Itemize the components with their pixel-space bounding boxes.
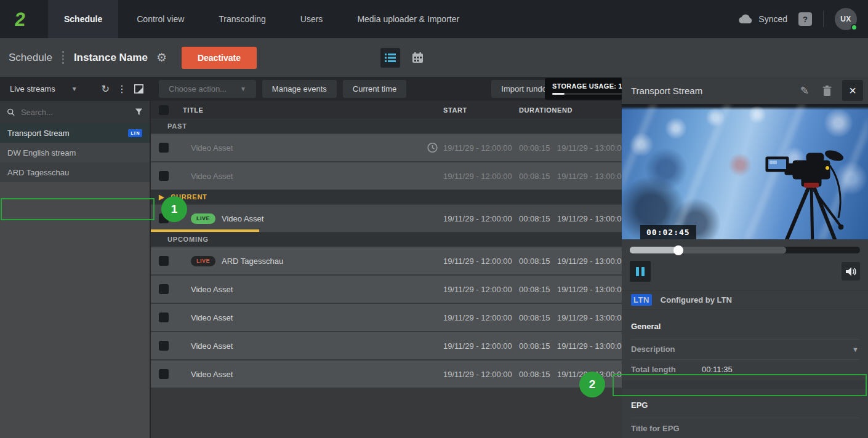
top-navigation: 2 Schedule Control view Transcoding User…	[0, 0, 868, 38]
help-button[interactable]: ?	[798, 12, 812, 26]
event-title-cell: LIVEVideo Asset	[175, 213, 443, 224]
section-label: PAST	[167, 122, 187, 130]
description-row[interactable]: Description ▼	[631, 339, 859, 359]
nav-tab-media-uploader[interactable]: Media uploader & Importer	[341, 0, 475, 38]
annotation-marker-1: 1	[161, 196, 187, 222]
configured-by-row: LTN Configured by LTN	[622, 290, 868, 310]
column-duration[interactable]: DURATION	[519, 106, 557, 114]
section-label: UPCOMING	[167, 236, 209, 243]
close-icon[interactable]: ×	[842, 80, 863, 101]
row-checkbox[interactable]	[159, 143, 169, 153]
row-checkbox[interactable]	[159, 313, 169, 322]
calendar-view-toggle[interactable]	[408, 48, 427, 68]
seek-track[interactable]	[630, 247, 860, 253]
event-duration: 00:08:15	[519, 370, 557, 379]
player-controls	[622, 253, 868, 290]
event-duration: 00:08:15	[519, 285, 557, 294]
event-start: 19/11/29 - 12:00:00	[443, 313, 519, 322]
event-duration: 00:08:15	[519, 341, 557, 351]
view-toggles	[380, 48, 427, 68]
filter-funnel-icon[interactable]	[135, 108, 142, 116]
edit-pencil-icon[interactable]: ✎	[800, 84, 809, 97]
event-start: 19/11/29 - 12:00:00	[443, 214, 519, 223]
general-section: General Description ▼ Total length 00:11…	[622, 310, 868, 380]
general-heading: General	[631, 310, 859, 339]
choose-action-select[interactable]: Choose action... ▼	[159, 80, 256, 98]
event-title-cell: Video Asset	[175, 172, 443, 181]
total-length-row: Total length 00:11:35	[631, 359, 859, 380]
nav-tab-transcoding[interactable]: Transcoding	[203, 0, 282, 38]
row-checkbox[interactable]	[159, 341, 169, 351]
ltn-badge: LTN	[631, 294, 652, 306]
search-input[interactable]	[21, 108, 129, 117]
event-title-cell: Video Asset	[175, 370, 443, 379]
stream-list: Transport StreamLTNDW English streamARD …	[0, 123, 150, 182]
playback-timestamp: 00:02:45	[640, 225, 696, 239]
annotation-marker-2: 2	[579, 372, 605, 397]
list-view-toggle[interactable]	[380, 48, 400, 68]
video-preview[interactable]: 00:02:45	[622, 104, 868, 239]
row-checkbox[interactable]	[159, 369, 169, 379]
event-title-cell: LIVEARD Tagesschau	[175, 256, 443, 266]
column-title[interactable]: TITLE	[175, 106, 443, 114]
event-title: Video Asset	[191, 313, 233, 322]
event-start: 19/11/29 - 12:00:00	[443, 143, 519, 153]
calendar-view-icon	[412, 52, 423, 63]
event-title-cell: Video Asset	[175, 285, 443, 294]
epg-section: EPG Title for EPG	[622, 389, 868, 438]
instance-settings-gear-icon[interactable]: ⚙	[156, 50, 167, 65]
stream-label: DW English stream	[7, 148, 76, 157]
event-title-cell: Video Asset	[175, 341, 443, 351]
search-icon	[7, 108, 15, 117]
nav-tab-schedule[interactable]: Schedule	[48, 0, 118, 38]
column-start[interactable]: START	[443, 106, 519, 114]
event-start: 19/11/29 - 12:00:00	[443, 257, 519, 266]
current-time-button[interactable]: Current time	[343, 80, 407, 98]
event-duration: 00:08:15	[519, 214, 557, 223]
stream-type-select[interactable]: Live streams ▼	[6, 82, 94, 96]
nav-tab-control-view[interactable]: Control view	[121, 0, 200, 38]
refresh-icon[interactable]: ↻	[102, 83, 110, 95]
divider	[823, 11, 824, 27]
seek-knob[interactable]	[673, 245, 683, 255]
page-header: Schedule Instance Name ⚙ Deactivate	[0, 38, 868, 77]
stream-search	[0, 101, 150, 123]
playback-progress-bar	[151, 229, 259, 232]
epg-title-row[interactable]: Title for EPG	[631, 418, 859, 438]
configured-by-label: Configured by LTN	[661, 295, 732, 305]
deactivate-button[interactable]: Deactivate	[182, 47, 257, 69]
collapse-panel-icon[interactable]	[134, 84, 143, 94]
nav-tab-users[interactable]: Users	[284, 0, 339, 38]
chevron-down-icon[interactable]: ▼	[852, 346, 859, 353]
instance-name: Instance Name	[74, 52, 148, 64]
brand-logo-icon[interactable]: 2	[11, 9, 30, 29]
stream-list-item[interactable]: ARD Tagesschau	[0, 162, 150, 182]
select-all-checkbox[interactable]	[159, 105, 169, 115]
chevron-down-icon: ▼	[240, 86, 246, 92]
row-checkbox[interactable]	[159, 171, 169, 181]
event-title-cell: Video Asset	[175, 313, 443, 322]
speaker-icon	[846, 267, 856, 276]
cloud-icon	[738, 14, 753, 24]
clock-icon	[427, 143, 438, 153]
kebab-menu-icon[interactable]: ⋮	[117, 83, 127, 95]
event-title: Video Asset	[191, 143, 233, 153]
pause-button[interactable]	[630, 261, 651, 282]
manage-events-button[interactable]: Manage events	[262, 80, 337, 98]
event-duration: 00:08:15	[519, 143, 557, 153]
volume-button[interactable]	[842, 262, 860, 281]
live-badge: LIVE	[191, 213, 215, 224]
event-title: ARD Tagesschau	[222, 257, 283, 266]
sync-status: Synced	[738, 14, 787, 24]
stream-list-item[interactable]: DW English stream	[0, 143, 150, 162]
total-length-value: 00:11:35	[702, 365, 733, 374]
ltn-badge: LTN	[128, 129, 142, 137]
stream-label: ARD Tagesschau	[7, 168, 69, 177]
trash-icon[interactable]	[822, 86, 832, 96]
panel-header: Transport Stream ✎ ×	[622, 77, 868, 104]
section-spacer	[622, 380, 868, 389]
row-checkbox[interactable]	[159, 256, 169, 266]
user-avatar[interactable]: UX	[835, 8, 857, 30]
stream-list-item[interactable]: Transport StreamLTN	[0, 123, 150, 143]
row-checkbox[interactable]	[159, 284, 169, 294]
